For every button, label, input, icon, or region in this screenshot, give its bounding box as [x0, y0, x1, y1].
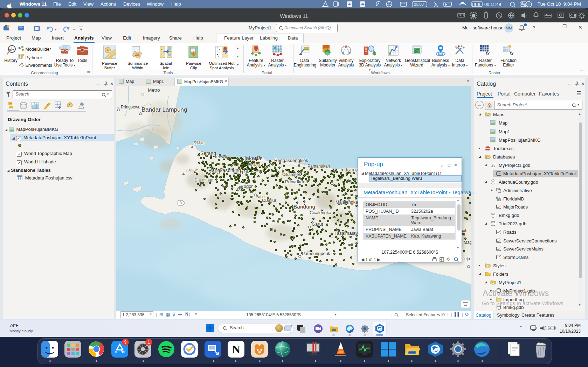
svg-text:Banten: Banten [195, 178, 214, 183]
svg-text:▾: ▾ [55, 28, 57, 31]
svg-text:Cicalengka: Cicalengka [310, 210, 331, 215]
svg-text:fx: fx [486, 51, 490, 56]
svg-text:Bandar Lampung: Bandar Lampung [141, 106, 187, 113]
svg-text:Rengasdengklok: Rengasdengklok [274, 158, 308, 163]
svg-text:Pamanukan: Pamanukan [307, 164, 330, 169]
svg-text:Metro: Metro [148, 87, 160, 93]
svg-text:Pringsewu: Pringsewu [121, 105, 140, 110]
svg-text:Serang: Serang [200, 150, 216, 156]
svg-text:Rangkasbitung: Rangkasbitung [208, 168, 241, 173]
svg-text:Cikampek: Cikampek [282, 172, 301, 177]
svg-text:Pameungpeuk: Pameungpeuk [302, 251, 330, 256]
svg-text:Kresek: Kresek [215, 155, 227, 159]
svg-text:00:11:49: 00:11:49 [484, 2, 501, 7]
svg-text:N: N [232, 343, 241, 356]
svg-text:fx: fx [510, 51, 514, 56]
svg-text:Jakarta: Jakarta [243, 155, 262, 161]
svg-text:ejo: ejo [464, 256, 470, 261]
svg-text:▾: ▾ [73, 28, 75, 31]
svg-text:3: 3 [180, 201, 182, 205]
svg-text:[·]: [·] [19, 55, 22, 58]
svg-text:593 m: 593 m [194, 141, 205, 145]
svg-text:Bogor: Bogor [241, 184, 253, 189]
svg-text:Bandung: Bandung [293, 204, 315, 210]
svg-text:Garut: Garut [312, 221, 323, 227]
svg-text:Purwakarta: Purwakarta [285, 179, 309, 184]
svg-text:Bekasi: Bekasi [249, 163, 260, 167]
svg-text:Pacet: Pacet [256, 195, 265, 199]
svg-text:1322 m: 1322 m [186, 168, 199, 172]
svg-text:Magela: Magela [464, 240, 471, 245]
svg-text:Tasikmalaya: Tasikmalaya [334, 231, 361, 236]
svg-text:Majalengka: Majalengka [335, 200, 358, 205]
svg-text:25:00: 25:00 [414, 2, 424, 6]
